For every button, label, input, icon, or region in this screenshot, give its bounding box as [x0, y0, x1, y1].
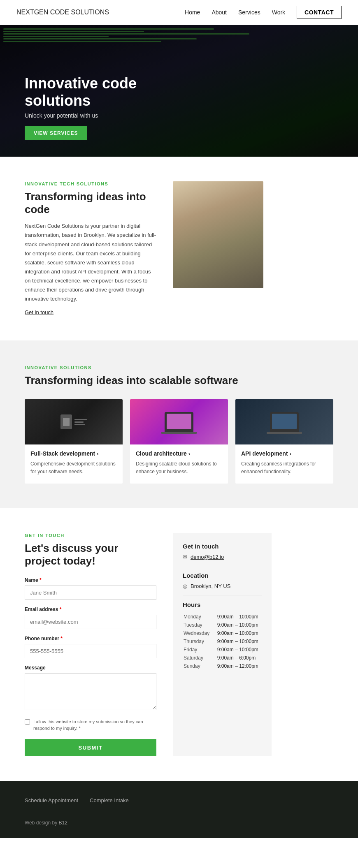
about-text: INNOVATIVE TECH SOLUTIONS Transforming i…: [25, 181, 156, 316]
hours-row: Saturday9:00am – 6:00pm: [184, 654, 261, 662]
hours-time: 9:00am – 12:00pm: [217, 662, 261, 670]
footer-link-intake[interactable]: Complete Intake: [90, 797, 129, 803]
about-image: [173, 181, 263, 288]
navbar: NEXTGEN CODE SOLUTIONS Home About Servic…: [0, 0, 358, 25]
service-card-api: API development › Creating seamless inte…: [235, 399, 333, 483]
hero-cta-button[interactable]: VIEW SERVICES: [25, 126, 87, 140]
location-icon: ◎: [183, 583, 187, 589]
hours-time: 9:00am – 10:00pm: [217, 646, 261, 653]
hero-content: Innovative code solutions Unlock your po…: [25, 75, 165, 140]
hours-time: 9:00am – 10:00pm: [217, 613, 261, 620]
laptop-icon: [165, 412, 193, 432]
hero-section: Innovative code solutions Unlock your po…: [0, 25, 358, 157]
hours-time: 9:00am – 6:00pm: [217, 654, 261, 662]
api-arrow-icon: ›: [290, 451, 291, 457]
service-card-body-fullstack: Full-Stack development › Comprehensive d…: [25, 444, 123, 483]
service-card-body-cloud: Cloud architecture › Designing scalable …: [130, 444, 228, 483]
services-label: INNOVATIVE SOLUTIONS: [25, 365, 333, 370]
hours-table: Monday9:00am – 10:00pmTuesday9:00am – 10…: [183, 612, 262, 671]
about-title: Transforming ideas into code: [25, 190, 156, 216]
consent-row: I allow this website to store my submiss…: [25, 718, 156, 732]
nav-links: Home About Services Work CONTACT: [185, 6, 342, 19]
footer: Schedule Appointment Complete Intake Web…: [0, 781, 358, 838]
hours-day: Sunday: [184, 662, 216, 670]
hours-title: Hours: [183, 601, 262, 608]
hours-row: Wednesday9:00am – 10:00pm: [184, 630, 261, 637]
info-divider-2: [183, 595, 262, 595]
message-field-group: Message: [25, 665, 156, 712]
service-card-cloud: Cloud architecture › Designing scalable …: [130, 399, 228, 483]
hours-time: 9:00am – 10:00pm: [217, 630, 261, 637]
hours-day: Friday: [184, 646, 216, 653]
services-cards: Full-Stack development › Comprehensive d…: [25, 399, 333, 483]
api-laptop-icon: [270, 412, 299, 432]
hours-row: Friday9:00am – 10:00pm: [184, 646, 261, 653]
footer-credit: Web design by B12: [25, 820, 333, 826]
nav-home[interactable]: Home: [185, 9, 200, 16]
info-divider-1: [183, 566, 262, 566]
about-section: INNOVATIVE TECH SOLUTIONS Transforming i…: [0, 157, 358, 340]
get-in-touch-title: Get in touch: [183, 543, 262, 550]
nav-services[interactable]: Services: [238, 9, 260, 16]
hero-title: Innovative code solutions: [25, 75, 165, 109]
hours-row: Monday9:00am – 10:00pm: [184, 613, 261, 620]
phone-input[interactable]: [25, 644, 156, 658]
hours-time: 9:00am – 10:00pm: [217, 621, 261, 629]
location-row: ◎ Brooklyn, NY US: [183, 583, 262, 589]
phone-field-group: Phone number *: [25, 636, 156, 658]
hours-day: Thursday: [184, 638, 216, 645]
footer-brand-link[interactable]: B12: [59, 820, 67, 826]
location-title: Location: [183, 572, 262, 579]
about-label: INNOVATIVE TECH SOLUTIONS: [25, 181, 156, 186]
nav-about[interactable]: About: [212, 9, 227, 16]
nav-work[interactable]: Work: [272, 9, 285, 16]
services-section: INNOVATIVE SOLUTIONS Transforming ideas …: [0, 340, 358, 508]
about-get-in-touch-link[interactable]: Get in touch: [25, 309, 53, 315]
consent-text: I allow this website to store my submiss…: [33, 718, 156, 732]
about-photo: [173, 181, 263, 288]
contact-label: GET IN TOUCH: [25, 533, 156, 538]
phone-label: Phone number *: [25, 636, 156, 641]
service-card-body-api: API development › Creating seamless inte…: [235, 444, 333, 483]
hours-day: Saturday: [184, 654, 216, 662]
name-input[interactable]: [25, 586, 156, 600]
message-textarea[interactable]: [25, 673, 156, 710]
contact-info-box: Get in touch ✉ demo@b12.io Location ◎ Br…: [173, 533, 272, 756]
contact-form-area: GET IN TOUCH Let's discuss your project …: [25, 533, 156, 756]
email-field-group: Email address *: [25, 606, 156, 629]
nav-logo: NEXTGEN CODE SOLUTIONS: [16, 9, 109, 16]
service-card-fullstack: Full-Stack development › Comprehensive d…: [25, 399, 123, 483]
service-card-img-cloud: [130, 399, 228, 444]
fullstack-arrow-icon: ›: [97, 451, 98, 457]
services-title: Transforming ideas into scalable softwar…: [25, 374, 333, 387]
message-label: Message: [25, 665, 156, 671]
service-card-img-fullstack: [25, 399, 123, 444]
contact-email-link[interactable]: demo@b12.io: [191, 554, 224, 560]
footer-link-schedule[interactable]: Schedule Appointment: [25, 797, 78, 803]
footer-links: Schedule Appointment Complete Intake: [25, 797, 333, 803]
service-card-img-api: [235, 399, 333, 444]
service-card-desc-fullstack: Comprehensive development solutions for …: [30, 460, 117, 476]
name-label: Name *: [25, 577, 156, 583]
name-field-group: Name *: [25, 577, 156, 600]
hours-day: Monday: [184, 613, 216, 620]
hours-time: 9:00am – 10:00pm: [217, 638, 261, 645]
service-card-title-fullstack[interactable]: Full-Stack development ›: [30, 450, 117, 457]
email-label: Email address *: [25, 606, 156, 612]
cloud-arrow-icon: ›: [188, 451, 190, 457]
nav-contact-button[interactable]: CONTACT: [297, 6, 342, 19]
email-row: ✉ demo@b12.io: [183, 554, 262, 560]
service-card-desc-api: Creating seamless integrations for enhan…: [241, 460, 328, 476]
location-text: Brooklyn, NY US: [191, 583, 230, 589]
email-input[interactable]: [25, 615, 156, 629]
submit-button[interactable]: SUBMIT: [25, 739, 156, 756]
contact-section: GET IN TOUCH Let's discuss your project …: [0, 508, 358, 781]
about-description: NextGen Code Solutions is your partner i…: [25, 222, 156, 303]
service-card-title-cloud[interactable]: Cloud architecture ›: [136, 450, 222, 457]
service-card-title-api[interactable]: API development ›: [241, 450, 328, 457]
hours-day: Wednesday: [184, 630, 216, 637]
consent-checkbox[interactable]: [25, 719, 30, 724]
hero-subtitle: Unlock your potential with us: [25, 112, 165, 119]
email-icon: ✉: [183, 554, 187, 560]
hours-row: Tuesday9:00am – 10:00pm: [184, 621, 261, 629]
